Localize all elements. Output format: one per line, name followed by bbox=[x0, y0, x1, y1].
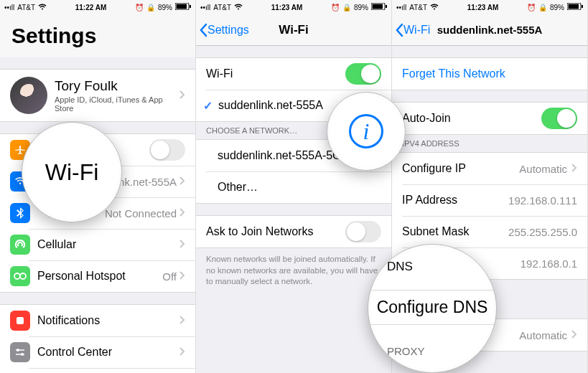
svg-rect-15 bbox=[582, 5, 583, 8]
cellular-icon bbox=[10, 235, 30, 255]
battery-icon bbox=[567, 3, 583, 11]
carrier-label: AT&T bbox=[409, 4, 427, 11]
carrier-label: AT&T bbox=[17, 4, 35, 11]
svg-point-6 bbox=[17, 349, 19, 351]
bluetooth-value: Not Connected bbox=[105, 207, 177, 219]
svg-rect-1 bbox=[177, 4, 187, 9]
lock-orientation-icon: 🔒 bbox=[146, 4, 155, 11]
svg-rect-10 bbox=[386, 5, 387, 8]
configure-ip-row[interactable]: Configure IP Automatic bbox=[392, 153, 587, 184]
back-button[interactable]: Wi-Fi bbox=[392, 23, 430, 37]
ip-value: 192.168.0.111 bbox=[508, 194, 577, 207]
other-label: Other… bbox=[218, 181, 381, 194]
alarm-icon: ⏰ bbox=[331, 4, 340, 11]
ask-toggle[interactable] bbox=[345, 221, 381, 242]
autojoin-row[interactable]: Auto-Join bbox=[392, 103, 587, 134]
forget-label: Forget This Network bbox=[402, 67, 577, 80]
battery-icon bbox=[175, 3, 191, 11]
forget-network-row[interactable]: Forget This Network bbox=[392, 58, 587, 90]
lock-orientation-icon: 🔒 bbox=[538, 4, 547, 11]
svg-rect-5 bbox=[17, 317, 24, 324]
back-label: Wi-Fi bbox=[403, 24, 430, 37]
magnifier-dns-text: Configure DNS bbox=[377, 298, 488, 317]
time-label: 11:23 AM bbox=[467, 4, 499, 11]
battery-label: 89% bbox=[550, 4, 564, 11]
dnd-row[interactable]: Do Not Disturb bbox=[0, 368, 195, 373]
chevron-right-icon bbox=[179, 89, 185, 102]
chevron-right-icon bbox=[179, 175, 185, 188]
wifi-status-icon bbox=[234, 4, 243, 11]
wifi-toggle-label: Wi-Fi bbox=[206, 67, 345, 80]
back-button[interactable]: Settings bbox=[196, 23, 249, 37]
checkmark-icon: ✓ bbox=[203, 99, 213, 113]
wifi-toggle[interactable] bbox=[345, 63, 381, 85]
svg-point-3 bbox=[14, 273, 20, 279]
info-icon: i bbox=[349, 114, 383, 148]
bluetooth-icon bbox=[10, 203, 30, 223]
svg-rect-9 bbox=[373, 4, 383, 9]
ipv4-header: IPV4 Address bbox=[392, 135, 587, 152]
apple-id-row[interactable]: Tory Foulk Apple ID, iCloud, iTunes & Ap… bbox=[0, 70, 195, 121]
chevron-right-icon bbox=[179, 238, 185, 251]
chevron-right-icon bbox=[571, 329, 577, 341]
wifi-panel: ••ıll AT&T 11:23 AM ⏰ 🔒 89% Settings Wi-… bbox=[196, 0, 392, 373]
signal-icon: ••ıll bbox=[4, 4, 14, 11]
magnifier-wifi-text: Wi-Fi bbox=[45, 159, 99, 186]
status-bar: ••ıll AT&T 11:23 AM ⏰ 🔒 89% bbox=[196, 0, 391, 14]
signal-icon: ••ıll bbox=[396, 4, 406, 11]
chevron-right-icon bbox=[179, 314, 185, 327]
wifi-status-icon bbox=[430, 4, 439, 11]
magnifier-dns-header: DNS bbox=[387, 260, 413, 274]
ip-label: IP Address bbox=[402, 194, 508, 207]
battery-icon bbox=[371, 3, 387, 11]
autojoin-toggle[interactable] bbox=[541, 108, 577, 129]
page-title: Settings bbox=[0, 24, 96, 48]
cellular-label: Cellular bbox=[37, 238, 179, 251]
profile-subtitle: Apple ID, iCloud, iTunes & App Store bbox=[55, 95, 179, 113]
wifi-status-icon bbox=[38, 4, 47, 11]
hotspot-row[interactable]: Personal Hotspot Off bbox=[0, 260, 195, 292]
magnifier-info: i bbox=[327, 92, 406, 171]
subnet-row: Subnet Mask 255.255.255.0 bbox=[392, 216, 587, 247]
control-center-label: Control Center bbox=[37, 346, 179, 359]
chevron-right-icon bbox=[179, 207, 185, 219]
lock-orientation-icon: 🔒 bbox=[342, 4, 351, 11]
back-label: Settings bbox=[207, 24, 249, 37]
carrier-label: AT&T bbox=[213, 4, 231, 11]
ask-footer: Known networks will be joined automatica… bbox=[196, 248, 391, 293]
ask-label: Ask to Join Networks bbox=[206, 225, 345, 238]
svg-rect-2 bbox=[190, 5, 191, 8]
profile-name: Tory Foulk bbox=[55, 78, 179, 94]
control-center-icon bbox=[10, 342, 30, 362]
hotspot-value: Off bbox=[162, 270, 177, 283]
other-row[interactable]: Other… bbox=[196, 171, 391, 203]
cellular-row[interactable]: Cellular bbox=[0, 229, 195, 260]
avatar bbox=[10, 77, 47, 114]
router-value: 192.168.0.1 bbox=[521, 258, 577, 270]
ask-to-join-row[interactable]: Ask to Join Networks bbox=[196, 216, 391, 247]
notifications-row[interactable]: Notifications bbox=[0, 305, 195, 336]
airplane-toggle[interactable] bbox=[149, 139, 185, 161]
time-label: 11:22 AM bbox=[75, 4, 107, 11]
chevron-right-icon bbox=[179, 346, 185, 359]
wifi-toggle-row[interactable]: Wi-Fi bbox=[196, 58, 391, 90]
signal-icon: ••ıll bbox=[200, 4, 210, 11]
configure-ip-label: Configure IP bbox=[402, 162, 519, 175]
configure-dns-value: Automatic bbox=[519, 329, 567, 341]
nav-header: Settings Wi-Fi bbox=[196, 14, 391, 46]
magnifier-dns: DNS Configure DNS PROXY bbox=[368, 244, 497, 373]
hotspot-icon bbox=[10, 266, 30, 286]
time-label: 11:23 AM bbox=[271, 4, 303, 11]
svg-rect-14 bbox=[569, 4, 579, 9]
nav-header: Settings bbox=[0, 14, 195, 57]
ip-address-row: IP Address 192.168.0.111 bbox=[392, 184, 587, 216]
svg-point-4 bbox=[20, 273, 26, 279]
autojoin-label: Auto-Join bbox=[402, 112, 541, 125]
svg-point-7 bbox=[21, 353, 24, 356]
alarm-icon: ⏰ bbox=[527, 4, 536, 11]
magnifier-wifi: Wi-Fi bbox=[22, 122, 122, 222]
subnet-label: Subnet Mask bbox=[402, 225, 508, 238]
control-center-row[interactable]: Control Center bbox=[0, 336, 195, 368]
battery-label: 89% bbox=[354, 4, 368, 11]
status-bar: ••ıll AT&T 11:22 AM ⏰ 🔒 89% bbox=[0, 0, 195, 14]
